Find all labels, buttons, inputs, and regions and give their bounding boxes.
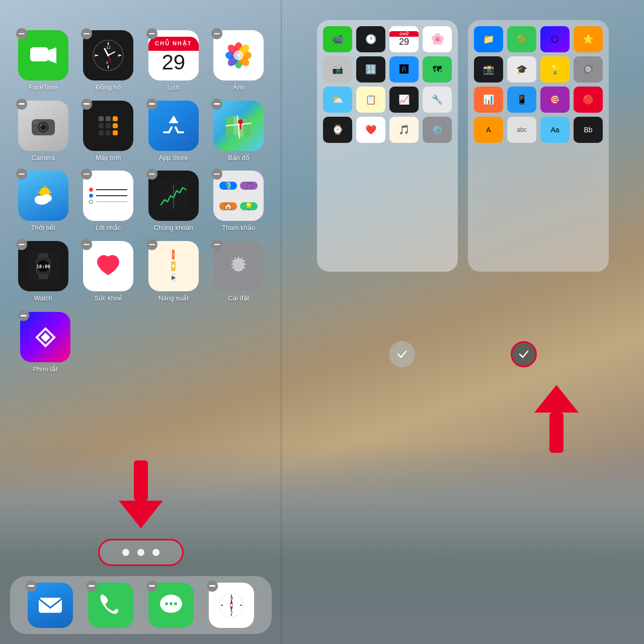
- page-switcher: 📹 🕐 CHỦ29 🌸 📷 🔢 🅰 🗺 ⛅ 📋 📈 🔧 ⌚ ❤️ 🎵 ⚙️: [292, 20, 634, 272]
- mini2-5: 📸: [474, 56, 503, 83]
- calendar-icon: CHỦ NHẬT 29: [148, 30, 199, 80]
- minus-badge-maps[interactable]: [211, 99, 222, 110]
- mini-camera: 📷: [323, 56, 352, 83]
- mini2-9: 📊: [474, 87, 503, 113]
- app-clock[interactable]: 12 6 3 9 Đồng hồ: [80, 30, 137, 92]
- mini2-8: 🔘: [574, 56, 603, 83]
- app-facetime[interactable]: FaceTime: [15, 30, 71, 92]
- clock-label: Đồng hồ: [96, 84, 121, 92]
- settings-icon: [213, 241, 264, 291]
- stocks-label: Chứng khoán: [154, 224, 193, 232]
- arrow-shaft-down: [134, 460, 148, 501]
- calendar-label: Lịch: [167, 84, 180, 92]
- minus-badge-messages[interactable]: [146, 581, 157, 592]
- minus-badge-mail[interactable]: [26, 581, 37, 592]
- svg-point-25: [233, 50, 244, 60]
- check-left[interactable]: [389, 341, 415, 367]
- weather-icon: [18, 171, 68, 221]
- dock: N S: [10, 576, 272, 634]
- svg-text:6: 6: [106, 61, 108, 64]
- arrow-head-up: [534, 385, 579, 413]
- page-thumb-1[interactable]: 📹 🕐 CHỦ29 🌸 📷 🔢 🅰 🗺 ⛅ 📋 📈 🔧 ⌚ ❤️ 🎵 ⚙️: [317, 20, 458, 272]
- notes-label: Lời nhắc: [96, 224, 121, 232]
- mini2-7: 💡: [540, 56, 570, 83]
- utilities-icon: 🎙️ 🎵 🏠 💡: [213, 171, 264, 221]
- facetime-label: FaceTime: [29, 84, 57, 92]
- mini2-15: Aa: [540, 117, 570, 143]
- app-maps[interactable]: Bản đồ: [211, 101, 267, 162]
- health-icon: [83, 241, 133, 291]
- arrow-head-down: [119, 501, 163, 528]
- minus-badge-weather[interactable]: [16, 169, 27, 180]
- app-watch[interactable]: 10:09 Watch: [15, 241, 71, 302]
- mini2-12: 🔴: [574, 87, 603, 113]
- app-camera[interactable]: Camera: [15, 101, 71, 162]
- mini2-10: 📱: [507, 87, 536, 113]
- minus-badge-health[interactable]: [81, 239, 92, 250]
- minus-badge-camera[interactable]: [16, 99, 27, 110]
- mini-utils: 🔧: [423, 87, 452, 113]
- arrow-shaft-up: [549, 413, 564, 453]
- shortcuts-label: Phím tắt: [33, 365, 57, 373]
- minus-badge-phone[interactable]: [86, 581, 97, 592]
- photos-icon: [213, 30, 264, 80]
- dock-messages[interactable]: [148, 583, 194, 628]
- mini-health: ❤️: [356, 117, 385, 143]
- minus-badge-calendar[interactable]: [146, 28, 157, 39]
- minus-badge-calculator[interactable]: [81, 99, 92, 110]
- svg-point-49: [42, 194, 52, 202]
- app-weather[interactable]: Thời tiết: [15, 171, 71, 232]
- svg-point-64: [165, 602, 168, 605]
- svg-marker-1: [48, 47, 56, 63]
- app-appstore[interactable]: App Store: [145, 101, 202, 162]
- notes-icon: [83, 171, 133, 221]
- app-health[interactable]: Sức khoẻ: [80, 241, 137, 302]
- minus-badge-appstore[interactable]: [146, 99, 157, 110]
- page-dots-pill[interactable]: [98, 539, 184, 566]
- dock-mail[interactable]: [28, 583, 73, 628]
- minus-badge-stocks[interactable]: [146, 169, 157, 180]
- page-thumb-2[interactable]: 📁 🟢 ⬡ ⭐ 📸 🎓 💡 🔘 📊 📱 🎯 🔴 A abc Aa Bb: [468, 20, 609, 272]
- app-calendar[interactable]: CHỦ NHẬT 29 Lịch: [145, 30, 202, 92]
- dock-phone[interactable]: [88, 583, 133, 628]
- minus-badge-productivity[interactable]: [146, 239, 157, 250]
- mini2-13: A: [474, 117, 503, 143]
- minus-badge-settings[interactable]: [211, 239, 222, 250]
- svg-rect-55: [38, 253, 48, 258]
- svg-rect-37: [106, 123, 111, 128]
- app-productivity[interactable]: ♪ ★ ▶ Năng suất: [145, 241, 202, 302]
- productivity-label: Năng suất: [158, 294, 189, 302]
- app-calculator[interactable]: Máy tính: [80, 101, 137, 162]
- down-arrow-container: [119, 460, 163, 528]
- calculator-icon: [83, 101, 133, 151]
- app-utilities[interactable]: 🎙️ 🎵 🏠 💡 Tham khảo: [211, 171, 267, 232]
- mini2-16: Bb: [574, 117, 603, 143]
- app-photos[interactable]: Ảnh: [211, 30, 267, 92]
- minus-badge-safari[interactable]: [207, 581, 218, 592]
- mini-facetime: 📹: [323, 26, 352, 52]
- app-stocks[interactable]: Chứng khoán: [145, 171, 202, 232]
- minus-badge-facetime[interactable]: [16, 28, 27, 39]
- minus-badge-watch[interactable]: [16, 239, 27, 250]
- camera-label: Camera: [32, 154, 55, 162]
- calculator-label: Máy tính: [96, 154, 121, 162]
- svg-rect-33: [99, 116, 104, 121]
- svg-point-66: [174, 602, 177, 605]
- facetime-icon: [18, 30, 68, 80]
- svg-point-42: [238, 119, 243, 124]
- svg-rect-41: [113, 130, 118, 135]
- mini-calendar: CHỦ29: [389, 26, 419, 52]
- dock-safari[interactable]: N S: [209, 583, 254, 628]
- check-right[interactable]: [511, 341, 537, 367]
- left-panel: FaceTime 12: [0, 0, 282, 644]
- mini2-3: ⬡: [540, 26, 570, 52]
- mini-calc: 🔢: [356, 56, 385, 83]
- app-settings[interactable]: Cài đặt: [211, 241, 267, 302]
- app-notes[interactable]: Lời nhắc: [80, 171, 137, 232]
- watch-label: Watch: [34, 294, 52, 302]
- app-shortcuts[interactable]: Phím tắt: [20, 312, 70, 373]
- svg-text:12: 12: [106, 45, 111, 50]
- mini2-11: 🎯: [540, 87, 570, 113]
- svg-rect-56: [38, 274, 48, 279]
- svg-rect-0: [30, 47, 48, 61]
